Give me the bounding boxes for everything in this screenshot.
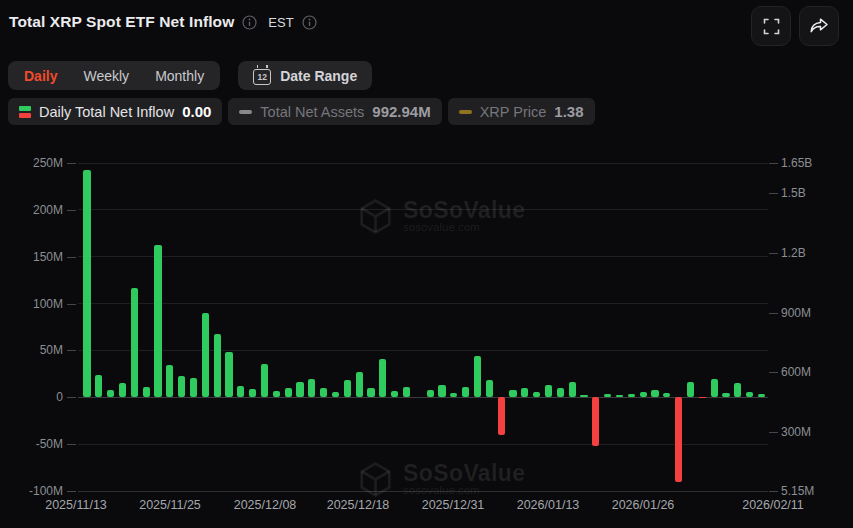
y-axis-label-right: 1.5B	[781, 186, 806, 200]
share-button[interactable]	[799, 6, 839, 46]
date-range-label: Date Range	[280, 68, 357, 84]
calendar-icon: 12	[253, 69, 271, 85]
bar[interactable]	[154, 245, 161, 398]
x-axis-label: 2025/12/08	[234, 498, 297, 512]
bar[interactable]	[95, 375, 102, 397]
bar[interactable]	[758, 394, 765, 398]
x-axis-label: 2025/11/25	[139, 498, 201, 512]
bar[interactable]	[261, 364, 268, 398]
bar[interactable]	[711, 379, 718, 397]
y-axis-label-right: 600M	[781, 365, 811, 379]
y-axis-label-left: 0	[0, 390, 63, 404]
bar[interactable]	[403, 387, 410, 397]
chart-header: Total XRP Spot ETF Net Inflow EST	[9, 13, 317, 31]
legend-daily-total-net-inflow[interactable]: Daily Total Net Inflow0.00	[8, 98, 222, 125]
bar[interactable]	[628, 394, 635, 397]
fullscreen-icon	[763, 18, 780, 35]
bar[interactable]	[166, 365, 173, 397]
tab-daily[interactable]: Daily	[24, 68, 57, 84]
bar[interactable]	[190, 378, 197, 398]
bar[interactable]	[592, 397, 599, 446]
bar[interactable]	[143, 387, 150, 397]
y-axis-label-right: 1.2B	[781, 246, 806, 260]
bar[interactable]	[225, 352, 232, 397]
x-axis-label: 2026/02/11	[742, 498, 804, 512]
bar[interactable]	[462, 387, 469, 397]
fullscreen-button[interactable]	[751, 6, 791, 46]
bar[interactable]	[569, 382, 576, 397]
gridline	[78, 209, 768, 210]
x-axis-label: 2026/01/13	[517, 498, 580, 512]
bar[interactable]	[273, 391, 280, 398]
date-range-button[interactable]: 12 Date Range	[238, 61, 372, 90]
legend-total-net-assets[interactable]: Total Net Assets992.94M	[228, 98, 441, 125]
bar[interactable]	[580, 395, 587, 397]
bar[interactable]	[699, 397, 706, 398]
bar[interactable]	[474, 356, 481, 397]
toolbar: DailyWeeklyMonthly 12 Date Range	[8, 61, 372, 90]
axis-tick	[769, 313, 778, 314]
bar[interactable]	[746, 392, 753, 398]
bar[interactable]	[533, 392, 540, 398]
y-axis-label-right: 5.15M	[781, 484, 814, 498]
legend-xrp-price[interactable]: XRP Price1.38	[448, 98, 595, 125]
bar[interactable]	[285, 388, 292, 397]
bar[interactable]	[427, 390, 434, 397]
bar[interactable]	[521, 388, 528, 397]
page-title: Total XRP Spot ETF Net Inflow	[9, 13, 234, 31]
bar[interactable]	[107, 390, 114, 397]
bar[interactable]	[391, 391, 398, 398]
bar[interactable]	[356, 372, 363, 397]
legend-label: Total Net Assets	[260, 104, 364, 120]
bar[interactable]	[83, 170, 90, 397]
axis-tick	[67, 210, 76, 211]
bar[interactable]	[296, 382, 303, 397]
bar[interactable]	[178, 376, 185, 398]
bar[interactable]	[509, 390, 516, 397]
bar[interactable]	[308, 379, 315, 397]
bar[interactable]	[131, 288, 138, 398]
bar[interactable]	[237, 386, 244, 397]
bar[interactable]	[486, 380, 493, 397]
bar[interactable]	[249, 389, 256, 397]
bar[interactable]	[722, 393, 729, 398]
bar[interactable]	[545, 385, 552, 397]
tab-monthly[interactable]: Monthly	[155, 68, 204, 84]
bar[interactable]	[438, 385, 445, 397]
tab-weekly[interactable]: Weekly	[83, 68, 129, 84]
axis-tick	[67, 350, 76, 351]
bar[interactable]	[557, 388, 564, 397]
gridline	[78, 444, 768, 445]
info-icon[interactable]	[302, 15, 317, 30]
axis-tick	[67, 163, 76, 164]
bar[interactable]	[214, 334, 221, 397]
axis-tick	[769, 432, 778, 433]
legend-label: XRP Price	[480, 104, 547, 120]
bar[interactable]	[616, 395, 623, 397]
y-axis-label-left: -100M	[0, 484, 63, 498]
bar[interactable]	[367, 388, 374, 397]
bar[interactable]	[604, 394, 611, 398]
bar[interactable]	[734, 383, 741, 397]
bar[interactable]	[332, 392, 339, 398]
info-icon[interactable]	[242, 15, 257, 30]
bar[interactable]	[119, 383, 126, 397]
bar[interactable]	[320, 388, 327, 397]
gridline	[78, 303, 768, 304]
bar[interactable]	[379, 359, 386, 397]
bar[interactable]	[651, 390, 658, 397]
chart-area: SoSoValue sosovalue.com SoSoValue sosova…	[0, 140, 853, 528]
legend-swatch-icon	[19, 106, 31, 118]
bar[interactable]	[687, 382, 694, 397]
x-axis-label: 2025/12/18	[327, 498, 390, 512]
bar[interactable]	[675, 397, 682, 481]
bar[interactable]	[344, 380, 351, 397]
y-axis-label-right: 1.65B	[781, 156, 812, 170]
axis-tick	[67, 397, 76, 398]
axis-tick	[769, 491, 778, 492]
bar[interactable]	[640, 392, 647, 398]
bar[interactable]	[202, 313, 209, 397]
bar[interactable]	[498, 397, 505, 434]
y-axis-label-right: 300M	[781, 425, 811, 439]
axis-tick	[67, 304, 76, 305]
